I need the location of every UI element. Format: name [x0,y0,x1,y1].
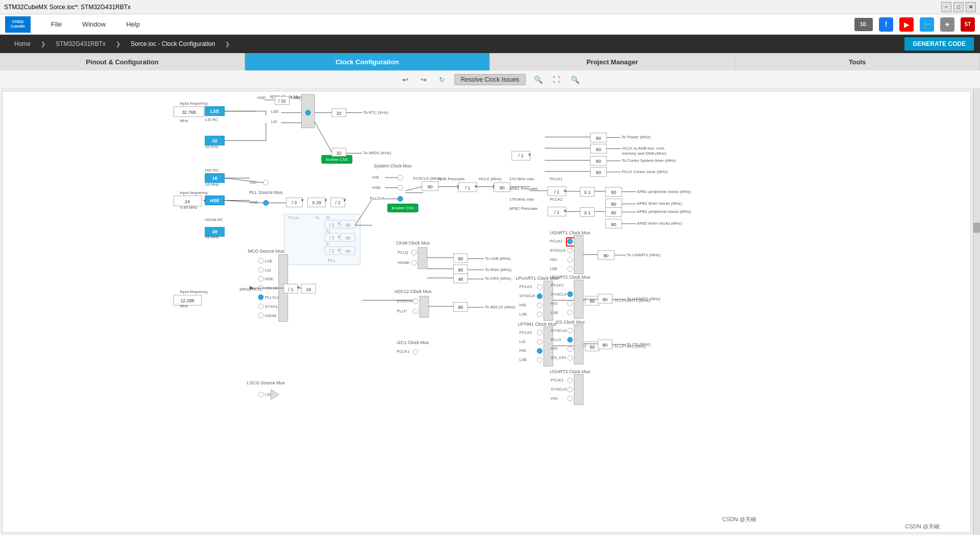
menu-file[interactable]: File [41,17,72,31]
breadcrumb-current[interactable]: Sorce.ioc - Clock Configuration [122,38,223,50]
clock-diagram[interactable]: Input frequency 32.768 MHz LSE LSI RC HS… [2,91,971,533]
svg-text:PCLK1: PCLK1 [551,283,564,287]
svg-marker-231 [420,296,429,318]
svg-point-190 [568,239,573,244]
svg-point-206 [411,250,416,255]
close-button[interactable]: ✕ [966,2,976,12]
svg-point-299 [258,268,263,273]
svg-point-193 [568,248,573,253]
tab-tools[interactable]: Tools [735,53,980,70]
menu-window[interactable]: Window [72,17,116,31]
svg-text:24: 24 [185,199,190,204]
svg-text:LPTIM1 Clock Mux: LPTIM1 Clock Mux [518,322,557,327]
svg-text:32 KHz: 32 KHz [205,144,218,149]
svg-text:170 MHz max: 170 MHz max [509,177,534,181]
svg-text:APB1 timer clocks (MHz): APB1 timer clocks (MHz) [637,201,682,206]
svg-text:/ 1: / 1 [519,153,524,158]
svg-text:/ 1: / 1 [554,210,559,215]
svg-point-324 [568,378,573,383]
svg-text:APB2 peripheral clocks (MHz): APB2 peripheral clocks (MHz) [637,209,691,214]
youtube-icon[interactable]: ▶ [899,17,914,32]
svg-point-287 [568,347,573,352]
svg-text:I2C1 Clock Mux: I2C1 Clock Mux [397,340,430,345]
svg-text:APB2 timer clocks (MHz): APB2 timer clocks (MHz) [637,221,682,226]
st-logo[interactable]: ST [961,17,975,32]
svg-text:AHB Prescaler: AHB Prescaler [438,177,465,181]
breadcrumb-arrow-3: ❯ [225,41,230,47]
redo-button[interactable]: ↪ [418,74,430,86]
zoom-in-button[interactable]: 🔍 [532,74,544,86]
diagram-svg: Input frequency 32.768 MHz LSE LSI RC HS… [3,91,970,532]
titlebar: STM32CubeMX Sorce.ioc*: STM32G431RBTx − … [0,0,980,14]
svg-text:HSI RC: HSI RC [205,168,219,173]
svg-text:16: 16 [212,176,217,181]
svg-text:16: 16 [306,287,311,292]
window-controls[interactable]: − □ ✕ [941,2,976,12]
svg-text:80: 80 [590,345,595,350]
minimize-button[interactable]: − [941,2,951,12]
twitter-icon[interactable]: 🐦 [920,17,934,32]
svg-point-301 [258,276,263,281]
svg-text:178 MHz max: 178 MHz max [509,197,534,202]
svg-point-305 [258,295,263,300]
svg-point-297 [258,258,263,263]
svg-text:SYSCLK: SYSCLK [551,387,567,392]
svg-point-104 [398,185,403,190]
maximize-button[interactable]: □ [953,2,964,12]
svg-text:PLL Source Mux: PLL Source Mux [249,190,283,195]
svg-text:LSE: LSE [265,259,273,263]
svg-text:32: 32 [336,111,341,116]
svg-text:SYSCLK: SYSCLK [551,328,567,333]
svg-text:4-48 MHz: 4-48 MHz [180,205,197,210]
fit-button[interactable]: ⛶ [550,74,562,86]
breadcrumb-home[interactable]: Home [6,38,39,50]
version-badge: 10. [854,18,873,31]
svg-text:80: 80 [500,185,505,190]
svg-text:80: 80 [603,253,608,258]
svg-text:HSE: HSE [210,198,219,203]
undo-button[interactable]: ↩ [399,74,411,86]
svg-text:▼: ▼ [301,198,305,203]
svg-text:HSE: HSE [265,277,273,281]
svg-text:MHz: MHz [180,118,188,123]
svg-text:SYSCLK: SYSCLK [520,294,536,298]
svg-point-227 [413,299,418,304]
tab-pinout[interactable]: Pinout & Configuration [0,53,245,70]
svg-text:HCLK (MHz): HCLK (MHz) [479,177,502,181]
svg-text:Input frequency: Input frequency [180,190,208,195]
svg-text:To USART2 (MHz): To USART2 (MHz) [627,297,660,301]
svg-text:To Cortex System timer (MHz): To Cortex System timer (MHz) [622,158,676,163]
svg-text:Enable CSS: Enable CSS [392,206,414,211]
vertical-scrollbar[interactable] [973,89,980,535]
svg-text:80: 80 [458,268,463,273]
svg-point-64 [263,201,268,206]
svg-text:80: 80 [596,159,601,164]
svg-text:LSI: LSI [265,268,271,273]
svg-text:80: 80 [602,343,607,348]
zoom-out-button[interactable]: 🔍 [569,74,581,86]
scrollbar-thumb[interactable] [973,223,980,233]
resolve-clock-button[interactable]: Resolve Clock Issues [454,74,526,85]
network-icon[interactable]: ✦ [940,17,954,32]
svg-text:▼: ▼ [297,285,301,290]
refresh-button[interactable]: ↻ [436,74,448,86]
svg-text:16 MHz: 16 MHz [205,182,219,187]
menu-help[interactable]: Help [116,17,150,31]
svg-text:To CRS (MHz): To CRS (MHz) [485,276,511,281]
logo-area: STM32CubeMX [5,16,31,33]
svg-text:PLLQ: PLLQ [398,250,408,255]
tab-bar: Pinout & Configuration Clock Configurati… [0,53,980,70]
svg-text:/ 1: / 1 [288,287,293,292]
tab-project[interactable]: Project Manager [490,53,735,70]
svg-text:To USART1 (MHz): To USART1 (MHz) [627,253,660,257]
svg-point-274 [537,357,542,362]
svg-point-257 [568,301,573,306]
svg-text:PLLP: PLLP [397,309,406,313]
main-area: Input frequency 32.768 MHz LSE LSI RC HS… [0,89,980,535]
generate-code-button[interactable]: GENERATE CODE [904,37,974,51]
svg-text:APB2 Prescaler: APB2 Prescaler [509,206,538,211]
facebook-icon[interactable]: f [879,17,893,32]
tab-clock[interactable]: Clock Configuration [245,53,490,70]
breadcrumb-device[interactable]: STM32G431RBTx [47,38,114,50]
svg-point-270 [537,339,542,345]
